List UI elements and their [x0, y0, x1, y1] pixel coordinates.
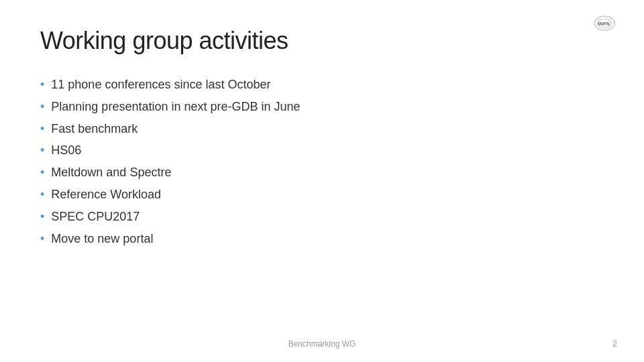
infn-logo: INFN	[577, 13, 617, 40]
bullet-item-5: Reference Workload	[40, 185, 604, 204]
slide: INFN Working group activities 11 phone c…	[0, 0, 644, 362]
footer-page-number: 2	[612, 339, 617, 349]
bullet-list: 11 phone conferences since last OctoberP…	[40, 75, 604, 248]
bullet-item-0: 11 phone conferences since last October	[40, 75, 604, 95]
bullet-item-1: Planning presentation in next pre-GDB in…	[40, 97, 604, 117]
svg-text:INFN: INFN	[598, 21, 610, 27]
bullet-item-6: SPEC CPU2017	[40, 207, 604, 227]
footer: Benchmarking WG	[0, 339, 644, 349]
bullet-item-7: Move to new portal	[40, 229, 604, 249]
bullet-item-2: Fast benchmark	[40, 119, 604, 139]
footer-center-text: Benchmarking WG	[288, 339, 356, 349]
slide-title: Working group activities	[40, 27, 604, 55]
bullet-item-3: HS06	[40, 141, 604, 160]
bullet-item-4: Meltdown and Spectre	[40, 163, 604, 182]
